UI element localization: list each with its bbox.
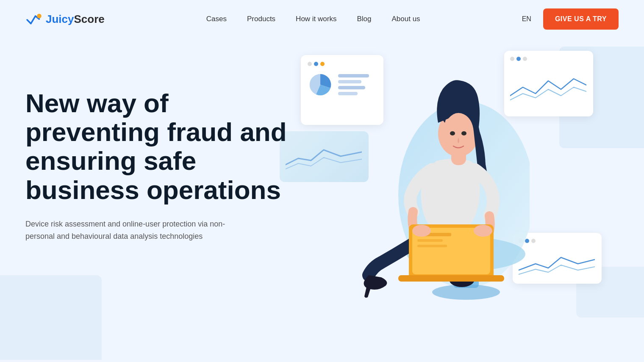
wave-chart-bottom [519, 249, 595, 279]
svg-point-0 [37, 14, 42, 19]
dot-tr-1 [510, 57, 514, 61]
dot-1 [308, 62, 312, 66]
svg-point-18 [474, 225, 492, 237]
svg-point-17 [412, 225, 431, 237]
hero-section: New way of preventing fraud and ensuring… [0, 38, 644, 360]
nav-blog[interactable]: Blog [357, 15, 371, 23]
illustration-area [280, 47, 610, 334]
cta-button[interactable]: GIVE US A TRY [543, 8, 619, 30]
hero-title: New way of preventing fraud and ensuring… [25, 89, 288, 204]
svg-rect-15 [417, 245, 447, 247]
dot-tr-2 [516, 57, 521, 61]
dot-2 [314, 62, 318, 66]
hero-content: New way of preventing fraud and ensuring… [25, 55, 288, 242]
dot-b-3 [531, 239, 536, 243]
pie-chart [308, 72, 333, 97]
header-right: EN GIVE US A TRY [522, 8, 619, 30]
svg-point-10 [461, 131, 466, 135]
svg-rect-16 [398, 275, 504, 282]
nav-about-us[interactable]: About us [392, 15, 420, 23]
card-dots [308, 62, 377, 66]
header: JuicyScore Cases Products How it works B… [0, 0, 644, 38]
main-nav: Cases Products How it works Blog About u… [206, 15, 420, 23]
logo-text: JuicyScore [46, 13, 105, 26]
person-illustration [343, 68, 530, 313]
nav-products[interactable]: Products [247, 15, 275, 23]
nav-how-it-works[interactable]: How it works [296, 15, 336, 23]
dot-tr-3 [523, 57, 527, 61]
card-dots-bottom [519, 239, 596, 243]
wave-chart-mid [286, 137, 362, 175]
card-dots-tr [510, 57, 587, 61]
svg-rect-14 [417, 239, 443, 242]
hero-subtitle: Device risk assessment and online-user p… [25, 218, 246, 243]
logo-icon [25, 12, 42, 26]
svg-point-5 [432, 285, 500, 300]
nav-cases[interactable]: Cases [206, 15, 227, 23]
logo[interactable]: JuicyScore [25, 12, 105, 26]
dot-3 [320, 62, 325, 66]
bg-rect-left [0, 275, 102, 360]
language-selector[interactable]: EN [522, 15, 531, 23]
svg-point-9 [450, 131, 455, 135]
dashboard-card-mid [280, 131, 369, 182]
